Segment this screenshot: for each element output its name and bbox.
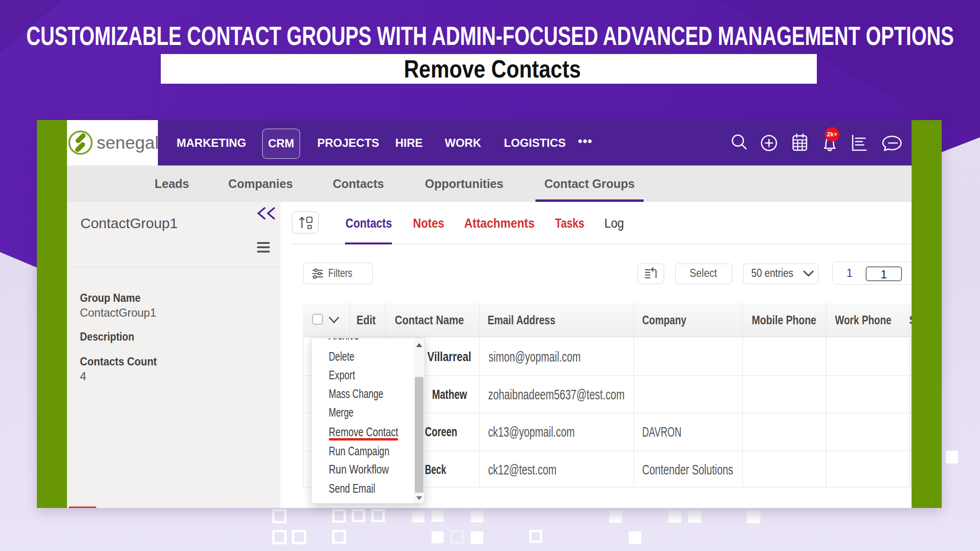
- svg-text:senegal: senegal: [97, 133, 158, 153]
